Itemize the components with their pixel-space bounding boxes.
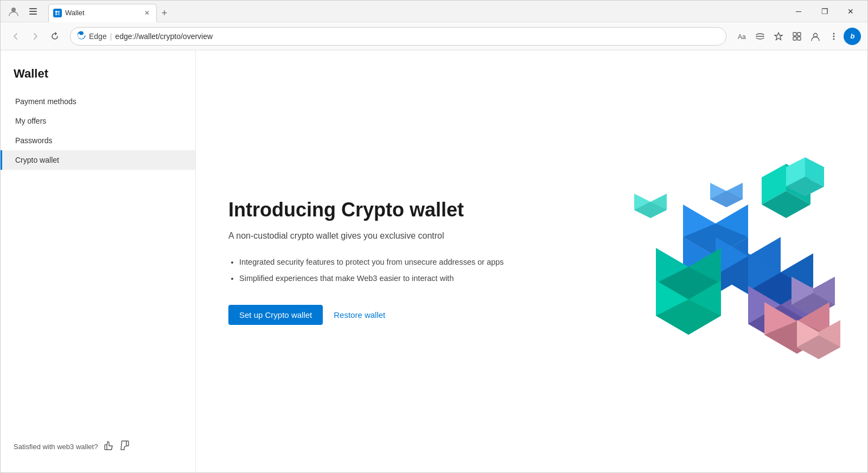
restore-button[interactable]: ❐ [812, 3, 837, 20]
edge-logo-icon [77, 31, 86, 41]
action-buttons: Set up Crypto wallet Restore wallet [228, 305, 504, 325]
svg-rect-2 [29, 11, 37, 12]
window-controls: ─ ❐ ✕ [786, 3, 863, 20]
svg-rect-12 [797, 37, 801, 40]
sidebar-footer: Satisfied with web3 wallet? [1, 431, 195, 462]
setup-wallet-button[interactable]: Set up Crypto wallet [228, 305, 323, 325]
svg-rect-3 [29, 14, 37, 15]
close-button[interactable]: ✕ [838, 3, 863, 20]
collections-button[interactable] [788, 28, 806, 45]
sidebar-item-label: Payment methods [15, 97, 76, 106]
svg-point-14 [833, 33, 835, 34]
more-tools-button[interactable] [825, 28, 843, 45]
profile-button[interactable] [807, 28, 824, 45]
sidebar-item-passwords[interactable]: Passwords [1, 131, 195, 150]
feature-item-1: Integrated security features to protect … [239, 255, 504, 269]
main-heading: Introducing Crypto wallet [228, 198, 504, 221]
feature-item-2: Simplified experiences that make Web3 ea… [239, 271, 504, 285]
content-left: Introducing Crypto wallet A non-custodia… [228, 198, 504, 325]
title-bar-left: Wallet ✕ + [5, 1, 784, 22]
svg-point-0 [11, 8, 16, 12]
new-tab-button[interactable]: + [157, 6, 172, 21]
address-bar[interactable]: Edge | edge://wallet/crypto/overview [70, 27, 726, 46]
bing-icon: b [851, 32, 854, 40]
thumbup-icon[interactable] [103, 440, 114, 453]
sidebar-title: Wallet [1, 61, 195, 92]
svg-rect-4 [55, 11, 58, 13]
edge-label: Edge [89, 32, 107, 41]
url-display: edge://wallet/crypto/overview [115, 32, 719, 41]
svg-point-16 [833, 38, 835, 40]
sidebar-toggle[interactable] [24, 3, 42, 20]
svg-point-15 [833, 35, 835, 37]
immersive-button[interactable] [751, 28, 769, 45]
read-aloud-button[interactable]: Aa [733, 28, 750, 45]
svg-rect-6 [55, 13, 58, 15]
favorites-button[interactable] [770, 28, 787, 45]
bing-button[interactable]: b [844, 28, 861, 45]
sidebar-item-label: Passwords [15, 136, 52, 145]
profile-icon[interactable] [5, 3, 22, 20]
svg-rect-1 [29, 8, 37, 9]
sidebar-item-label: My offers [15, 117, 46, 125]
restore-wallet-link[interactable]: Restore wallet [334, 310, 385, 319]
sidebar-item-label: Crypto wallet [15, 156, 59, 164]
tab-bar: Wallet ✕ + [48, 1, 172, 22]
content-area: Introducing Crypto wallet A non-custodia… [196, 50, 867, 472]
sidebar-nav: Payment methods My offers Passwords Cryp… [1, 92, 195, 431]
nav-bar: Edge | edge://wallet/crypto/overview Aa [1, 22, 867, 50]
tab-icon [53, 9, 62, 17]
sidebar-item-payment-methods[interactable]: Payment methods [1, 92, 195, 111]
sidebar: Wallet Payment methods My offers Passwor… [1, 50, 196, 472]
tab-label: Wallet [65, 9, 85, 17]
sidebar-item-my-offers[interactable]: My offers [1, 111, 195, 131]
tab-close-button[interactable]: ✕ [142, 8, 152, 18]
active-tab[interactable]: Wallet ✕ [48, 4, 157, 22]
address-separator: | [110, 32, 112, 41]
svg-rect-5 [58, 11, 60, 13]
back-button[interactable] [7, 28, 24, 45]
forward-button[interactable] [27, 28, 44, 45]
svg-rect-9 [793, 33, 796, 36]
svg-rect-7 [58, 13, 60, 15]
main-subheading: A non-custodial crypto wallet gives you … [228, 230, 504, 242]
thumbdown-icon[interactable] [119, 440, 130, 453]
minimize-button[interactable]: ─ [786, 3, 811, 20]
main-area: Wallet Payment methods My offers Passwor… [1, 50, 867, 472]
svg-rect-10 [797, 33, 801, 36]
crypto-cubes-illustration [618, 148, 846, 375]
refresh-button[interactable] [46, 28, 63, 45]
svg-text:Aa: Aa [738, 33, 746, 41]
feedback-text: Satisfied with web3 wallet? [14, 443, 98, 451]
feature-list: Integrated security features to protect … [228, 255, 504, 285]
sidebar-item-crypto-wallet[interactable]: Crypto wallet [1, 150, 195, 170]
svg-rect-11 [793, 37, 796, 40]
title-bar: Wallet ✕ + ─ ❐ ✕ [1, 1, 867, 22]
nav-tools: Aa b [733, 28, 861, 45]
browser-window: Wallet ✕ + ─ ❐ ✕ Edge | e [0, 0, 868, 473]
